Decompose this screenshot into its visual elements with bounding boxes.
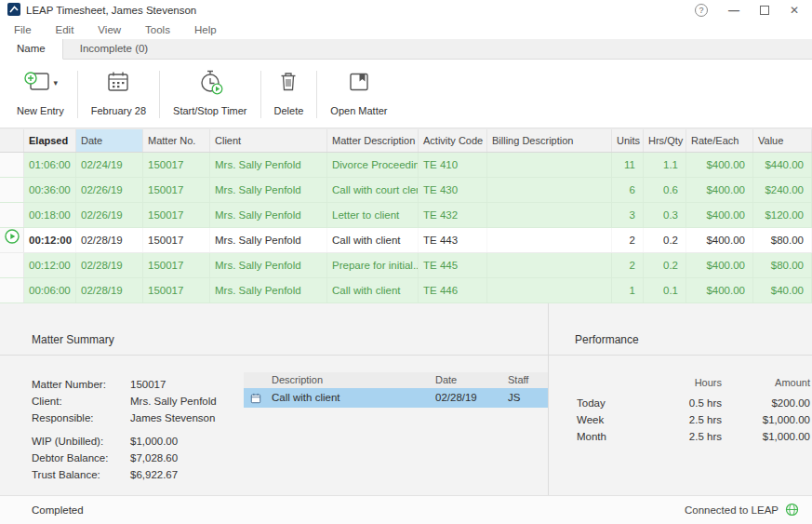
menu-view[interactable]: View — [86, 24, 133, 35]
tab-incomplete[interactable]: Incomplete (0) — [63, 39, 166, 59]
toolbar-separator — [260, 71, 261, 118]
field-label: Client: — [32, 396, 130, 407]
debtor-balance-value: $7,028.60 — [130, 452, 178, 464]
window-title: LEAP Timesheet, James Stevenson — [26, 5, 196, 16]
cell-date: 02/26/19 — [76, 178, 143, 202]
entries-header-staff[interactable]: Staff — [504, 372, 548, 388]
entry-row-selected[interactable]: Call with client 02/28/19 JS — [244, 388, 548, 408]
cell-matter-description: Divorce Proceedin... — [327, 153, 419, 177]
cell-matter-no: 150017 — [143, 253, 210, 277]
cell-hrs-qty: 1.1 — [644, 153, 686, 177]
row-play-cell — [0, 203, 24, 227]
cell-elapsed: 00:18:00 — [24, 203, 76, 227]
timesheet-row[interactable]: 01:06:00 02/24/19 150017 Mrs. Sally Penf… — [0, 153, 812, 178]
timesheet-row-active-timer[interactable]: 00:12:00 02/28/19 150017 Mrs. Sally Penf… — [0, 228, 812, 253]
cell-hrs-qty: 0.2 — [644, 228, 686, 252]
new-entry-dropdown-icon[interactable]: ▾ — [54, 78, 59, 87]
col-header-matter-description[interactable]: Matter Description — [327, 129, 419, 152]
entries-header-row: Description Date Staff — [244, 372, 548, 388]
trust-balance-value: $6,922.67 — [130, 469, 178, 480]
date-label: February 28 — [91, 105, 146, 116]
entries-header-date[interactable]: Date — [432, 372, 504, 388]
cell-rate-each: $400.00 — [686, 203, 753, 227]
cell-activity-code: TE 443 — [419, 228, 487, 252]
close-icon[interactable]: ✕ — [790, 4, 799, 17]
leap-logo-icon — [7, 3, 20, 18]
cell-activity-code: TE 445 — [419, 253, 487, 277]
cell-client: Mrs. Sally Penfold — [210, 178, 327, 202]
cell-matter-no: 150017 — [143, 153, 210, 177]
col-header-hrs-qty[interactable]: Hrs/Qty — [644, 129, 686, 152]
cell-hrs-qty: 0.2 — [644, 253, 686, 277]
cell-date: 02/28/19 — [76, 228, 143, 252]
row-play-cell — [0, 153, 24, 177]
maximize-icon[interactable] — [760, 6, 769, 15]
entries-header-description[interactable]: Description — [268, 372, 432, 388]
col-header-matter-no[interactable]: Matter No. — [143, 129, 210, 152]
menu-help[interactable]: Help — [182, 24, 229, 35]
cell-rate-each: $400.00 — [686, 153, 753, 177]
cell-billing-description — [487, 278, 612, 302]
matter-number-value: 150017 — [130, 379, 166, 390]
timesheet-row[interactable]: 00:06:00 02/28/19 150017 Mrs. Sally Penf… — [0, 278, 812, 303]
cell-billing-description — [487, 253, 612, 277]
connection-status-text: Connected to LEAP — [685, 504, 779, 516]
cell-units: 3 — [612, 203, 644, 227]
col-header-client[interactable]: Client — [210, 129, 327, 152]
wip-unbilled-value: $1,000.00 — [130, 436, 178, 447]
leap-timesheet-window: LEAP Timesheet, James Stevenson ? — ✕ Fi… — [0, 0, 812, 524]
entry-staff: JS — [504, 388, 548, 408]
matter-summary-title: Matter Summary — [0, 333, 548, 356]
cell-billing-description — [487, 203, 612, 227]
new-entry-button[interactable]: ▾ New Entry — [7, 67, 73, 128]
cell-units: 2 — [612, 253, 644, 277]
col-header-activity-code[interactable]: Activity Code — [419, 129, 487, 152]
cell-rate-each: $400.00 — [686, 278, 753, 302]
performance-week-amount: $1,000.00 — [722, 414, 810, 425]
cell-value: $440.00 — [753, 153, 812, 177]
minimize-icon[interactable]: — — [728, 4, 739, 17]
delete-label: Delete — [274, 105, 304, 116]
menu-tools[interactable]: Tools — [133, 24, 182, 35]
cell-rate-each: $400.00 — [686, 178, 753, 202]
cell-matter-description: Letter to client — [327, 203, 419, 227]
tab-bar: Name Incomplete (0) — [0, 39, 812, 60]
timesheet-row[interactable]: 00:18:00 02/26/19 150017 Mrs. Sally Penf… — [0, 203, 812, 228]
cell-matter-no: 150017 — [143, 278, 210, 302]
performance-row-week: Week 2.5 hrs $1,000.00 — [577, 411, 810, 428]
start-stop-timer-button[interactable]: Start/Stop Timer — [164, 67, 256, 128]
cell-hrs-qty: 0.1 — [644, 278, 686, 302]
performance-row-month: Month 2.5 hrs $1,000.00 — [577, 428, 810, 445]
cell-units: 11 — [612, 153, 644, 177]
col-header-date[interactable]: Date — [76, 129, 143, 152]
running-timer-play-icon[interactable] — [5, 228, 20, 252]
open-matter-button[interactable]: Open Matter — [321, 67, 396, 128]
cell-hrs-qty: 0.6 — [644, 178, 686, 202]
tab-name[interactable]: Name — [0, 39, 63, 60]
timesheet-row[interactable]: 00:12:00 02/28/19 150017 Mrs. Sally Penf… — [0, 253, 812, 278]
cell-activity-code: TE 410 — [419, 153, 487, 177]
performance-month-hours: 2.5 hrs — [647, 431, 722, 442]
timesheet-row[interactable]: 00:36:00 02/26/19 150017 Mrs. Sally Penf… — [0, 178, 812, 203]
timer-icon — [197, 69, 223, 97]
col-header-value[interactable]: Value — [753, 129, 812, 152]
cell-units: 1 — [612, 278, 644, 302]
date-picker-button[interactable]: February 28 — [82, 67, 155, 128]
performance-today-hours: 0.5 hrs — [647, 397, 722, 409]
menu-edit[interactable]: Edit — [44, 24, 87, 35]
menu-bar: File Edit View Tools Help — [0, 20, 812, 39]
col-header-elapsed[interactable]: Elapsed — [24, 129, 76, 152]
col-header-rate-each[interactable]: Rate/Each — [686, 129, 753, 152]
performance-month-amount: $1,000.00 — [722, 431, 810, 442]
help-icon[interactable]: ? — [695, 4, 708, 17]
toolbar-separator — [316, 71, 317, 118]
entry-date: 02/28/19 — [432, 388, 504, 408]
col-header-billing-description[interactable]: Billing Description — [487, 129, 612, 152]
menu-file[interactable]: File — [2, 24, 44, 35]
delete-button[interactable]: Delete — [265, 67, 313, 128]
col-header-units[interactable]: Units — [612, 129, 644, 152]
performance-row-label: Month — [577, 431, 647, 442]
field-label: Matter Number: — [32, 379, 130, 390]
cell-billing-description — [487, 228, 612, 252]
cell-matter-description: Call with client — [327, 228, 419, 252]
